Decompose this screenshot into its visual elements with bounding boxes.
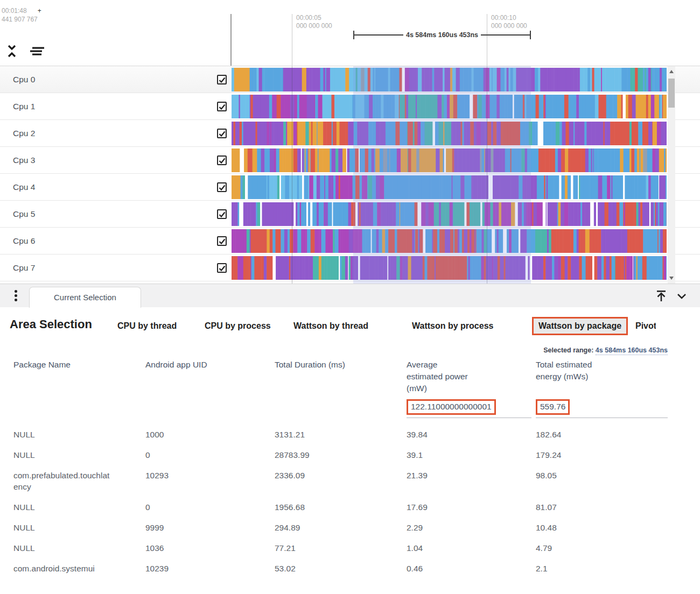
timeline-origin-line (230, 14, 232, 66)
cpu-slices-track[interactable] (232, 202, 667, 226)
timeline-tick-10s (487, 14, 487, 66)
cpu-track-checkbox[interactable] (217, 236, 227, 246)
aggregation-tab-wattson-by-process[interactable]: Wattson by process (412, 321, 493, 331)
col-header-total-duration[interactable]: Total Duration (ms) (275, 359, 407, 394)
col-header-avg-power[interactable]: Average estimated power (mW) (407, 359, 490, 394)
panel-heading: Area Selection (10, 317, 92, 331)
cpu-track-checkbox[interactable] (217, 263, 227, 273)
tick-label-10s: 00:00:10000 000 000 (491, 14, 527, 30)
tick-label-5s: 00:00:05000 000 000 (296, 14, 332, 30)
perfetto-trace-viewer: 00:01:48+ 441 907 767 00:00:05000 000 00… (0, 0, 700, 594)
cpu-slices-track[interactable] (232, 148, 667, 172)
aggregation-tab-wattson-by-package[interactable]: Wattson by package (532, 317, 628, 335)
table-cell: 0 (145, 497, 275, 518)
table-cell: 21.39 (407, 465, 536, 497)
col-header-android-app-uid[interactable]: Android app UID (145, 359, 275, 394)
table-cell: 39.84 (407, 425, 536, 445)
aggregation-tab-pivot[interactable]: Pivot (635, 321, 656, 331)
table-summary-row: 122.11000000000001 559.76 (13, 399, 668, 418)
table-cell: 10.48 (536, 518, 668, 538)
selection-duration-bracket: 4s 584ms 160us 453ns (353, 31, 531, 39)
table-row[interactable]: NULL01956.6817.6981.07 (13, 497, 668, 518)
cpu-slices-track[interactable] (232, 229, 667, 253)
table-cell: 4.79 (536, 538, 668, 558)
expand-panel-to-top-icon[interactable] (655, 289, 668, 305)
cpu-slices-track[interactable] (232, 68, 667, 91)
table-header-row: Package Name Android app UID Total Durat… (13, 359, 668, 394)
table-row[interactable]: com.prefabulated.touchlatency102932336.0… (13, 465, 668, 497)
table-cell: 2.1 (536, 558, 668, 579)
cpu-track-label: Cpu 2 (13, 120, 35, 146)
cpu-track-checkbox[interactable] (217, 75, 227, 84)
vertical-scrollbar[interactable] (668, 66, 675, 284)
table-cell: com.android.systemui (13, 558, 124, 579)
table-cell: 179.24 (536, 445, 668, 465)
table-cell: 77.21 (275, 538, 407, 558)
cpu-track-label: Cpu 6 (13, 228, 35, 254)
cpu-track-checkbox[interactable] (217, 182, 227, 192)
cpu-track-row: Cpu 0 (0, 66, 700, 93)
track-list: Cpu 0Cpu 1Cpu 2Cpu 3Cpu 4Cpu 5Cpu 6Cpu 7 (0, 66, 700, 284)
col-header-package-name[interactable]: Package Name (13, 359, 145, 394)
table-row[interactable]: com.android.systemui1023953.020.462.1 (13, 558, 668, 579)
panel-menu-icon[interactable] (15, 290, 17, 303)
scrollbar-up-arrow[interactable] (669, 70, 674, 73)
collapse-panel-icon[interactable] (675, 289, 688, 305)
cpu-track-checkbox[interactable] (217, 155, 227, 165)
cpu-slices-track[interactable] (232, 256, 667, 280)
table-cell: 182.64 (536, 425, 668, 445)
trace-time-offset: 00:01:48+ 441 907 767 (2, 6, 41, 24)
offset-nanoseconds: 441 907 767 (2, 15, 41, 24)
cpu-track-row: Cpu 7 (0, 254, 700, 281)
cpu-track-label: Cpu 1 (13, 93, 35, 119)
cpu-track-checkbox[interactable] (217, 209, 227, 219)
table-cell: com.prefabulated.touchlatency (13, 465, 124, 497)
table-cell: 10293 (145, 465, 275, 497)
cpu-track-label: Cpu 7 (13, 254, 35, 281)
timeline-tick-5s (292, 14, 292, 66)
table-cell: 294.89 (275, 518, 407, 538)
table-cell: 9999 (145, 518, 275, 538)
col-header-total-energy[interactable]: Total estimated energy (mWs) (536, 359, 635, 394)
cpu-track-row: Cpu 1 (0, 93, 700, 120)
selected-range-value[interactable]: 4s 584ms 160us 453ns (596, 346, 668, 355)
cpu-track-checkbox[interactable] (217, 129, 227, 138)
table-row[interactable]: NULL10003131.2139.84182.64 (13, 425, 668, 445)
table-cell: 0 (145, 445, 275, 465)
table-row[interactable]: NULL103677.211.044.79 (13, 538, 668, 558)
aggregation-tab-wattson-by-thread[interactable]: Wattson by thread (293, 321, 368, 331)
table-cell: 1036 (145, 538, 275, 558)
table-row[interactable]: NULL9999294.892.2910.48 (13, 518, 668, 538)
scrollbar-down-arrow[interactable] (669, 277, 674, 280)
selected-range-label: Selected range: (543, 346, 593, 354)
tab-current-selection[interactable]: Current Selection (29, 287, 141, 308)
cpu-track-row: Cpu 6 (0, 228, 700, 254)
table-cell: 28783.99 (275, 445, 407, 465)
cpu-track-checkbox[interactable] (217, 102, 227, 111)
cpu-track-row: Cpu 3 (0, 147, 700, 174)
table-row[interactable]: NULL028783.9939.1179.24 (13, 445, 668, 465)
wattson-package-table: Package Name Android app UID Total Durat… (13, 359, 668, 579)
table-cell: 1956.68 (275, 497, 407, 518)
cpu-slices-track[interactable] (232, 122, 667, 145)
selected-range: Selected range: 4s 584ms 160us 453ns (0, 346, 668, 354)
table-cell: 81.07 (536, 497, 668, 518)
aggregation-tab-cpu-by-process[interactable]: CPU by process (205, 321, 271, 331)
timeline-header: 00:01:48+ 441 907 767 00:00:05000 000 00… (0, 0, 700, 66)
cpu-slices-track[interactable] (232, 175, 667, 199)
table-cell: 53.02 (275, 558, 407, 579)
cpu-slices-track[interactable] (232, 95, 667, 118)
aggregation-tab-bar: Area Selection CPU by threadCPU by proce… (0, 316, 656, 340)
table-cell: 2.29 (407, 518, 536, 538)
track-filter-icon[interactable] (28, 45, 44, 58)
table-cell: 1000 (145, 425, 275, 445)
table-cell: NULL (13, 497, 124, 518)
table-cell: 10239 (145, 558, 275, 579)
cpu-track-row: Cpu 5 (0, 201, 700, 228)
collapse-tracks-icon[interactable] (5, 44, 18, 58)
aggregation-tab-cpu-by-thread[interactable]: CPU by thread (117, 321, 177, 331)
total-energy-value: 559.76 (536, 399, 570, 415)
table-cell: NULL (13, 425, 124, 445)
table-cell: 98.05 (536, 465, 668, 497)
scrollbar-thumb[interactable] (668, 79, 675, 108)
